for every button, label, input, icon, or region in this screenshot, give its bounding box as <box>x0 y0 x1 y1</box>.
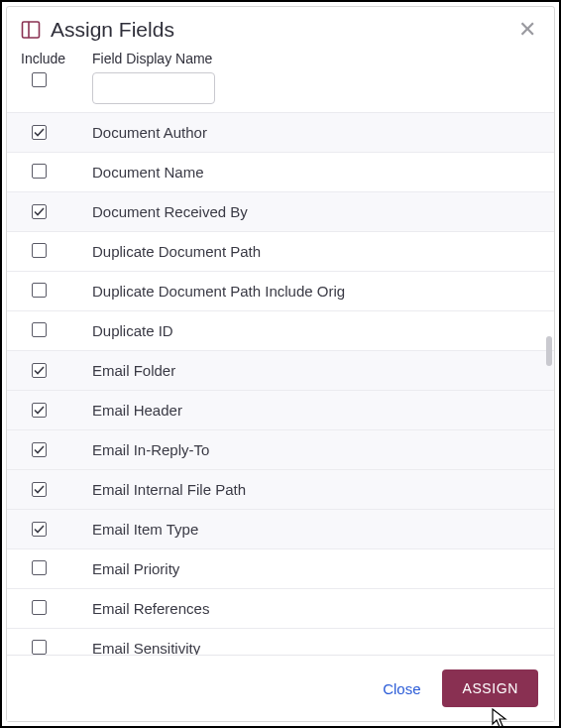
field-row: Duplicate ID <box>7 310 554 350</box>
field-row: Document Author <box>7 112 554 152</box>
field-label: Email Header <box>92 402 540 419</box>
field-row: Duplicate Document Path Include Orig <box>7 271 554 310</box>
include-checkbox[interactable] <box>32 640 47 655</box>
include-checkbox[interactable] <box>32 204 47 219</box>
field-label: Duplicate ID <box>92 322 540 339</box>
field-label: Email In-Reply-To <box>92 441 540 458</box>
include-checkbox[interactable] <box>32 125 47 140</box>
include-checkbox[interactable] <box>32 482 47 497</box>
field-row: Email Folder <box>7 350 554 390</box>
field-row: Email Priority <box>7 548 554 588</box>
field-label: Email Internal File Path <box>92 481 540 498</box>
field-label: Duplicate Document Path Include Orig <box>92 283 540 300</box>
field-label: Document Name <box>92 164 540 181</box>
field-label: Email Sensitivity <box>92 640 540 655</box>
include-checkbox[interactable] <box>32 560 47 575</box>
field-row: Email References <box>7 588 554 628</box>
columns-icon <box>21 20 41 40</box>
include-checkbox[interactable] <box>32 600 47 615</box>
include-checkbox[interactable] <box>32 164 47 179</box>
field-label: Duplicate Document Path <box>92 243 540 260</box>
field-row: Email In-Reply-To <box>7 429 554 469</box>
include-checkbox[interactable] <box>32 522 47 537</box>
fields-scroll-area: Document AuthorDocument NameDocument Rec… <box>7 112 554 655</box>
svg-rect-0 <box>23 22 40 38</box>
field-row: Duplicate Document Path <box>7 231 554 271</box>
field-label: Document Received By <box>92 203 540 220</box>
dialog-footer: Close ASSIGN <box>7 655 554 721</box>
include-checkbox[interactable] <box>32 363 47 378</box>
dialog-title: Assign Fields <box>51 18 174 42</box>
field-label: Email References <box>92 600 540 617</box>
include-checkbox[interactable] <box>32 283 47 298</box>
include-checkbox[interactable] <box>32 442 47 457</box>
field-row: Email Sensitivity <box>7 628 554 655</box>
field-row: Email Internal File Path <box>7 469 554 509</box>
field-row: Email Item Type <box>7 509 554 548</box>
assign-fields-dialog: Assign Fields ✕ Include Field Display Na… <box>6 6 555 722</box>
include-checkbox[interactable] <box>32 322 47 337</box>
close-button[interactable]: Close <box>383 680 420 697</box>
filter-row: Include Field Display Name <box>7 51 554 112</box>
field-label: Email Item Type <box>92 521 540 538</box>
field-row: Document Received By <box>7 191 554 231</box>
include-checkbox[interactable] <box>32 243 47 258</box>
field-label: Document Author <box>92 124 540 141</box>
include-checkbox[interactable] <box>32 403 47 418</box>
assign-button[interactable]: ASSIGN <box>442 669 538 707</box>
field-label: Email Priority <box>92 560 540 577</box>
field-label: Email Folder <box>92 362 540 379</box>
close-icon[interactable]: ✕ <box>514 17 540 43</box>
field-name-filter-input[interactable] <box>92 72 215 104</box>
column-header-field-name: Field Display Name <box>92 51 212 66</box>
scrollbar-thumb[interactable] <box>546 336 552 366</box>
column-header-include: Include <box>21 51 65 66</box>
field-row: Email Header <box>7 390 554 429</box>
dialog-header: Assign Fields ✕ <box>7 7 554 51</box>
include-all-checkbox[interactable] <box>32 72 47 87</box>
field-row: Document Name <box>7 152 554 191</box>
